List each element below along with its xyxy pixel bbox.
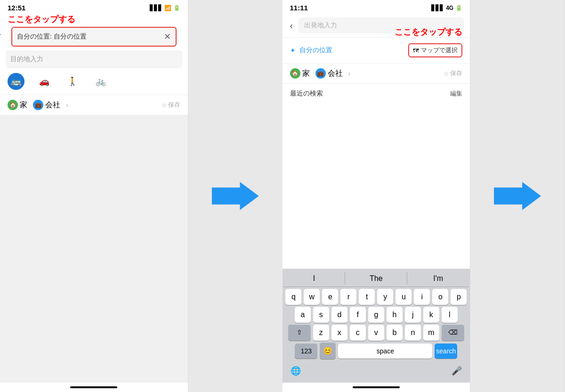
key-p[interactable]: p: [451, 289, 467, 305]
suggestion-i[interactable]: I: [283, 272, 346, 285]
map-select-label-2: マップで選択: [421, 46, 458, 55]
chevron-icon-2[interactable]: ›: [348, 70, 351, 77]
battery-icon-2: 🔋: [455, 5, 462, 11]
mic-icon[interactable]: 🎤: [448, 362, 465, 380]
location-row-2: ✦ 自分の位置 🗺 マップで選択: [282, 38, 470, 64]
key-delete[interactable]: ⌫: [442, 325, 464, 341]
key-l[interactable]: l: [442, 307, 458, 323]
home-bar-2: [353, 386, 400, 388]
key-y[interactable]: y: [377, 289, 393, 305]
arrow-shape-2: [494, 182, 541, 210]
key-m[interactable]: m: [423, 325, 439, 341]
status-bar-1: 12:51 ▋▋▋ 📶 🔋: [0, 0, 188, 14]
save-label-1: 保存: [168, 101, 180, 109]
key-d[interactable]: d: [331, 307, 347, 323]
map-select-button-2[interactable]: 🗺 マップで選択: [408, 43, 462, 57]
saved-row-1: 🏠 家 💼 会社 › ☆ 保存: [0, 95, 188, 115]
saved-row-2: 🏠 家 💼 会社 › ☆ 保存: [282, 64, 470, 84]
key-q[interactable]: q: [285, 289, 301, 305]
key-num[interactable]: 123: [295, 344, 317, 359]
key-n[interactable]: n: [405, 325, 421, 341]
transport-car-1[interactable]: 🚗: [36, 73, 53, 90]
home-icon-2: 🏠: [290, 68, 300, 79]
save-btn-1[interactable]: ☆ 保存: [161, 101, 180, 109]
key-emoji[interactable]: 😊: [320, 343, 336, 359]
status-time-1: 12:51: [8, 4, 25, 12]
save-label-2: 保存: [450, 69, 462, 78]
key-u[interactable]: u: [396, 289, 412, 305]
work-item-2[interactable]: 💼 会社: [315, 68, 343, 79]
4g-label-2: 4G: [446, 5, 453, 11]
work-item-1[interactable]: 💼 会社: [33, 100, 60, 110]
annotation-1: ここをタップする: [8, 14, 188, 25]
key-w[interactable]: w: [304, 289, 320, 305]
arrow-1: [188, 0, 282, 392]
work-icon-1: 💼: [33, 100, 43, 110]
signal-icon-2: ▋▋▋: [431, 5, 444, 11]
dest-input-1[interactable]: 目的地入力: [6, 50, 182, 68]
work-icon-2: 💼: [315, 68, 326, 79]
arrow-2: [470, 0, 565, 392]
key-t[interactable]: t: [359, 289, 375, 305]
keyboard-2: I The I'm q w e r t y u i o p a s d f g …: [282, 269, 470, 383]
signal-icon-1: ▋▋▋: [150, 5, 162, 11]
empty-area-1: [0, 115, 188, 383]
transport-row-1: 🚌 🚗 🚶 🚲: [0, 68, 188, 95]
key-c[interactable]: c: [350, 325, 366, 341]
suggestion-im[interactable]: I'm: [407, 272, 469, 285]
suggestion-the[interactable]: The: [345, 272, 407, 285]
key-b[interactable]: b: [387, 325, 403, 341]
home-indicator-1: [0, 383, 188, 392]
home-item-2[interactable]: 🏠 家: [290, 68, 310, 79]
key-a[interactable]: a: [295, 307, 311, 323]
key-z[interactable]: z: [313, 325, 329, 341]
battery-icon-1: 🔋: [173, 5, 180, 11]
star-icon-2: ☆: [444, 70, 449, 77]
back-button-2[interactable]: ‹: [288, 19, 295, 32]
transport-bus-1[interactable]: 🚌: [8, 73, 24, 90]
home-label-1: 家: [20, 100, 27, 110]
key-r[interactable]: r: [340, 289, 356, 305]
dest-placeholder-1: 目的地入力: [10, 55, 43, 63]
key-o[interactable]: o: [432, 289, 448, 305]
chevron-icon-1[interactable]: ›: [66, 101, 68, 109]
swap-icon-1[interactable]: ⇅: [0, 29, 1, 38]
kb-row-1: q w e r t y u i o p: [284, 289, 468, 305]
key-j[interactable]: j: [405, 307, 421, 323]
kb-suggestions-2: I The I'm: [283, 271, 469, 287]
globe-icon[interactable]: 🌐: [287, 362, 304, 380]
origin-text-1: 自分の位置: 自分の位置: [17, 32, 87, 41]
key-f[interactable]: f: [350, 307, 366, 323]
status-bar-2: 11:11 ▋▋▋ 4G 🔋: [282, 0, 470, 14]
key-v[interactable]: v: [368, 325, 384, 341]
key-e[interactable]: e: [322, 289, 338, 305]
home-item-1[interactable]: 🏠 家: [8, 100, 27, 110]
home-indicator-2: [282, 383, 470, 392]
recent-text-2: 最近の検索: [290, 89, 323, 98]
transport-bike-1[interactable]: 🚲: [92, 73, 109, 90]
key-h[interactable]: h: [387, 307, 403, 323]
status-icons-1: ▋▋▋ 📶 🔋: [150, 5, 180, 11]
key-space[interactable]: space: [338, 344, 432, 359]
key-search[interactable]: search: [435, 344, 457, 359]
wifi-icon-1: 📶: [164, 5, 171, 11]
map-icon-2: 🗺: [413, 47, 419, 54]
recent-label-2: 最近の検索 編集: [282, 84, 470, 100]
edit-link-2[interactable]: 編集: [450, 89, 462, 98]
transport-walk-1[interactable]: 🚶: [64, 73, 81, 90]
close-button-1[interactable]: ✕: [164, 32, 171, 42]
key-x[interactable]: x: [331, 325, 347, 341]
input-placeholder-2: 出発地入力: [304, 21, 337, 29]
save-btn-2[interactable]: ☆ 保存: [444, 69, 462, 78]
star-icon-1: ☆: [161, 102, 167, 109]
key-shift[interactable]: ⇧: [288, 325, 311, 341]
home-bar-1: [70, 386, 117, 388]
key-s[interactable]: s: [313, 307, 329, 323]
location-text-2: 自分の位置: [299, 46, 332, 55]
key-i[interactable]: i: [414, 289, 430, 305]
origin-input-1[interactable]: 自分の位置: 自分の位置 ✕: [11, 27, 177, 47]
key-k[interactable]: k: [423, 307, 439, 323]
location-icon-2: ✦: [290, 47, 296, 54]
key-g[interactable]: g: [368, 307, 384, 323]
panel-2: 11:11 ▋▋▋ 4G 🔋 ‹ 出発地入力 ここをタップする ✦ 自分の位置 …: [282, 0, 471, 392]
